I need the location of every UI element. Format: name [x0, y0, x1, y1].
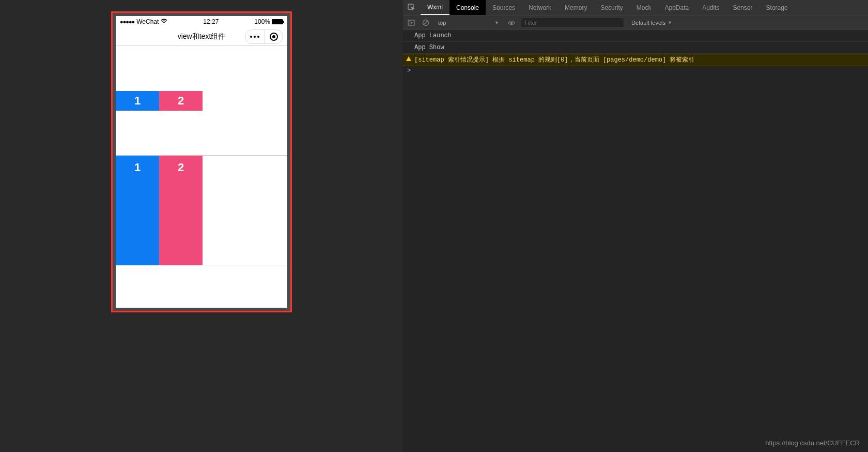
live-expression-button[interactable]	[506, 18, 517, 28]
console-body[interactable]: App Launch App Show [sitemap 索引情况提示] 根据 …	[403, 30, 868, 452]
status-left: ●●●●● WeChat	[120, 18, 167, 25]
levels-label: Default levels	[631, 20, 665, 26]
page-title: view和text组件	[178, 32, 226, 41]
tab-security[interactable]: Security	[594, 0, 629, 15]
svg-line-4	[424, 21, 428, 25]
clear-console-button[interactable]	[421, 18, 431, 28]
capsule	[245, 29, 283, 44]
page-content: 1 2 1 2	[116, 46, 287, 308]
warn-mid: 根据 sitemap 的规则[0]，当前页面	[489, 56, 603, 64]
battery-icon	[272, 19, 283, 24]
box-b-2: 2	[159, 156, 203, 265]
target-icon	[270, 33, 278, 41]
devtools-tabs: Wxml Console Sources Network Memory Secu…	[403, 0, 868, 16]
warn-prefix: [sitemap 索引情况提示]	[414, 56, 489, 64]
console-prompt[interactable]: >	[403, 66, 868, 76]
simulator-highlight-frame: ●●●●● WeChat 12:27 100% view和text组件	[111, 11, 292, 312]
box-b-1: 1	[116, 156, 159, 265]
capsule-menu-button[interactable]	[245, 30, 264, 43]
tab-sensor[interactable]: Sensor	[726, 0, 760, 15]
chevron-down-icon: ▼	[494, 20, 499, 25]
capsule-close-button[interactable]	[264, 30, 283, 43]
box-a-2: 2	[159, 91, 203, 111]
log-levels-select[interactable]: Default levels ▼	[631, 20, 672, 26]
devtools-panel: Wxml Console Sources Network Memory Secu…	[403, 0, 868, 452]
status-time: 12:27	[203, 18, 219, 25]
svg-point-5	[510, 22, 513, 24]
log-info: App Launch	[403, 30, 868, 42]
nav-bar: view和text组件	[116, 27, 287, 46]
box-a-1: 1	[116, 91, 159, 111]
log-info: App Show	[403, 42, 868, 54]
context-label: top	[438, 20, 446, 26]
row-a: 1 2	[116, 91, 203, 111]
tab-wxml[interactable]: Wxml	[421, 0, 450, 15]
tab-network[interactable]: Network	[522, 0, 558, 15]
chevron-down-icon: ▼	[668, 20, 672, 25]
watermark: https://blog.csdn.net/CUFEECR	[765, 439, 860, 447]
execution-context-select[interactable]: top ▼	[435, 18, 502, 28]
signal-dots-icon: ●●●●●	[120, 19, 134, 25]
carrier-label: WeChat	[136, 18, 159, 25]
tab-audits[interactable]: Audits	[695, 0, 726, 15]
wifi-icon	[161, 18, 167, 25]
status-right: 100%	[254, 18, 283, 25]
status-bar: ●●●●● WeChat 12:27 100%	[116, 16, 287, 27]
tab-sources[interactable]: Sources	[486, 0, 522, 15]
section-b: 1 2	[116, 156, 287, 265]
tab-console[interactable]: Console	[450, 0, 486, 15]
tab-mock[interactable]: Mock	[630, 0, 658, 15]
toggle-sidebar-button[interactable]	[406, 18, 416, 28]
warn-path: [pages/demo/demo]	[603, 56, 666, 64]
section-a: 1 2	[116, 46, 287, 156]
ellipsis-icon	[250, 36, 259, 38]
tab-appdata[interactable]: AppData	[658, 0, 695, 15]
tab-storage[interactable]: Storage	[760, 0, 795, 15]
inspect-element-button[interactable]	[406, 2, 417, 13]
warn-suffix: 将被索引	[666, 56, 694, 64]
battery-pct: 100%	[254, 18, 270, 25]
row-b: 1 2	[116, 156, 287, 265]
log-warn: [sitemap 索引情况提示] 根据 sitemap 的规则[0]，当前页面 …	[403, 54, 868, 66]
console-toolbar: top ▼ Default levels ▼	[403, 16, 868, 30]
phone-simulator: ●●●●● WeChat 12:27 100% view和text组件	[116, 16, 287, 308]
tab-memory[interactable]: Memory	[558, 0, 594, 15]
filter-input[interactable]	[521, 18, 624, 28]
